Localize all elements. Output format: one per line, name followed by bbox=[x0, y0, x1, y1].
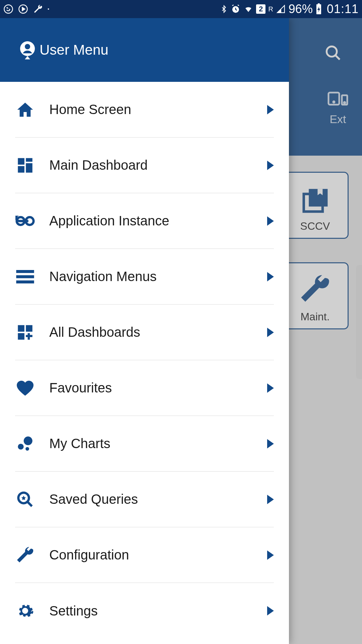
menu-label: Settings bbox=[49, 603, 98, 619]
chevron-right-icon bbox=[267, 550, 274, 560]
menu-label: Home Screen bbox=[49, 102, 131, 117]
menu-application-instance[interactable]: Application Instance bbox=[15, 193, 274, 249]
home-icon bbox=[15, 100, 35, 120]
chevron-right-icon bbox=[267, 439, 274, 448]
chevron-right-icon bbox=[267, 272, 274, 281]
drawer-header: User Menu bbox=[0, 18, 289, 82]
menu-main-dashboard[interactable]: Main Dashboard bbox=[15, 138, 274, 193]
scroll-indicator[interactable] bbox=[356, 265, 362, 379]
wrench-status-icon bbox=[33, 4, 43, 14]
svg-point-0 bbox=[4, 5, 13, 13]
status-right: 2 R 96% 01:11 bbox=[220, 2, 359, 16]
chevron-right-icon bbox=[267, 161, 274, 170]
signal-icon bbox=[276, 5, 286, 13]
user-menu-drawer: User Menu Home Screen Main Dashboard App… bbox=[0, 18, 289, 644]
svg-rect-14 bbox=[18, 158, 24, 165]
drawer-title: User Menu bbox=[40, 42, 108, 58]
battery-charging-icon bbox=[315, 3, 322, 15]
menu-saved-queries[interactable]: Saved Queries bbox=[15, 472, 274, 527]
svg-rect-26 bbox=[18, 333, 24, 340]
sim-badge: 2 bbox=[256, 4, 265, 14]
bubble-chart-icon bbox=[15, 434, 35, 454]
menu-home-screen[interactable]: Home Screen bbox=[15, 82, 274, 138]
svg-rect-25 bbox=[26, 325, 33, 332]
search-star-icon bbox=[15, 489, 35, 509]
menu-settings[interactable]: Settings bbox=[15, 583, 274, 639]
clock-time: 01:11 bbox=[327, 2, 359, 16]
bluetooth-icon bbox=[220, 4, 228, 14]
menu-label: Navigation Menus bbox=[49, 269, 157, 284]
menu-favourites[interactable]: Favourites bbox=[15, 360, 274, 416]
battery-percentage: 96% bbox=[289, 2, 313, 16]
menu-label: My Charts bbox=[49, 436, 110, 451]
heart-icon bbox=[15, 378, 35, 398]
whatsapp-icon bbox=[3, 4, 13, 14]
wifi-icon bbox=[243, 5, 253, 13]
link-icon bbox=[15, 211, 35, 231]
gear-icon bbox=[15, 601, 35, 621]
menu-label: Configuration bbox=[49, 547, 129, 562]
svg-rect-21 bbox=[16, 270, 34, 273]
menu-label: Saved Queries bbox=[49, 492, 138, 507]
menu-icon bbox=[15, 267, 35, 287]
svg-point-28 bbox=[18, 444, 23, 449]
play-circle-icon bbox=[18, 4, 28, 14]
menu-all-dashboards[interactable]: All Dashboards bbox=[15, 305, 274, 360]
alarm-icon bbox=[231, 4, 241, 14]
wrench-icon bbox=[15, 545, 35, 565]
dashboard-add-icon bbox=[15, 322, 35, 342]
menu-label: All Dashboards bbox=[49, 325, 140, 340]
svg-point-29 bbox=[25, 447, 29, 450]
svg-rect-23 bbox=[16, 280, 34, 283]
svg-point-27 bbox=[24, 436, 33, 445]
chevron-right-icon bbox=[267, 606, 274, 615]
menu-label: Main Dashboard bbox=[49, 158, 148, 173]
menu-my-charts[interactable]: My Charts bbox=[15, 416, 274, 472]
dot-icon: • bbox=[48, 6, 49, 12]
chevron-right-icon bbox=[267, 216, 274, 226]
svg-rect-24 bbox=[18, 325, 24, 332]
menu-navigation-menus[interactable]: Navigation Menus bbox=[15, 249, 274, 305]
signal-roaming-icon: R bbox=[268, 6, 273, 12]
status-left: • bbox=[3, 4, 49, 14]
svg-point-13 bbox=[25, 44, 30, 49]
chevron-right-icon bbox=[267, 328, 274, 337]
svg-rect-15 bbox=[26, 158, 33, 162]
chevron-right-icon bbox=[267, 383, 274, 393]
status-bar: • 2 R 96% 01:11 bbox=[0, 0, 362, 18]
menu-configuration[interactable]: Configuration bbox=[15, 527, 274, 583]
drawer-list: Home Screen Main Dashboard Application I… bbox=[0, 82, 289, 644]
svg-rect-22 bbox=[16, 275, 34, 278]
chevron-right-icon bbox=[267, 105, 274, 114]
chevron-right-icon bbox=[267, 495, 274, 504]
menu-label: Favourites bbox=[49, 380, 112, 395]
svg-rect-17 bbox=[18, 166, 24, 173]
user-pin-icon bbox=[19, 41, 36, 59]
svg-rect-16 bbox=[26, 163, 33, 172]
menu-label: Application Instance bbox=[49, 213, 169, 228]
svg-rect-4 bbox=[318, 3, 320, 5]
dashboard-icon bbox=[15, 155, 35, 175]
